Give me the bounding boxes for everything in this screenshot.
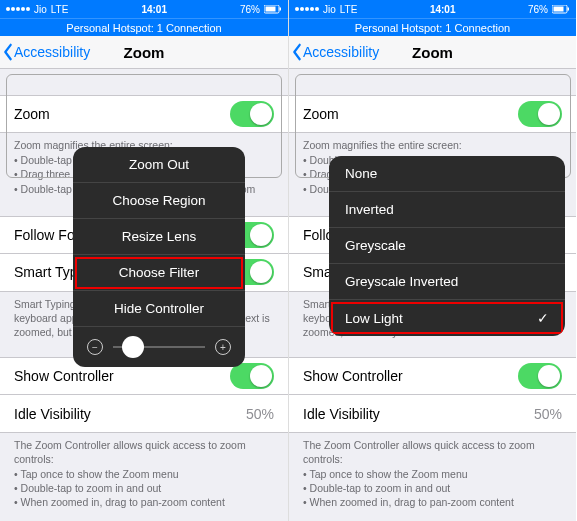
- show-controller-label: Show Controller: [14, 368, 114, 384]
- hotspot-bar[interactable]: Personal Hotspot: 1 Connection: [289, 18, 576, 36]
- menu-choose-region[interactable]: Choose Region: [73, 183, 245, 219]
- back-button[interactable]: Accessibility: [0, 43, 90, 61]
- left-screenshot: Jio LTE 14:01 76% Personal Hotspot: 1 Co…: [0, 0, 288, 521]
- back-label: Accessibility: [303, 44, 379, 60]
- show-controller-toggle[interactable]: [518, 363, 562, 389]
- hotspot-bar[interactable]: Personal Hotspot: 1 Connection: [0, 18, 288, 36]
- idle-visibility-cell[interactable]: Idle Visibility 50%: [289, 395, 576, 433]
- status-time: 14:01: [141, 4, 167, 15]
- idle-visibility-label: Idle Visibility: [303, 406, 380, 422]
- chevron-left-icon: [291, 43, 303, 61]
- zoom-label: Zoom: [14, 106, 50, 122]
- slider-knob-icon: [122, 336, 144, 358]
- nav-bar: Accessibility Zoom: [289, 36, 576, 69]
- svg-rect-4: [554, 6, 564, 11]
- zoom-out-icon: −: [87, 339, 103, 355]
- filter-menu: None Inverted Greyscale Greyscale Invert…: [329, 156, 565, 336]
- carrier-label: Jio: [34, 4, 47, 15]
- battery-icon: [552, 5, 570, 14]
- carrier-label: Jio: [323, 4, 336, 15]
- idle-visibility-cell[interactable]: Idle Visibility 50%: [0, 395, 288, 433]
- filter-inverted[interactable]: Inverted: [329, 192, 565, 228]
- controller-desc: The Zoom Controller allows quick access …: [0, 433, 288, 509]
- right-screenshot: Jio LTE 14:01 76% Personal Hotspot: 1 Co…: [288, 0, 576, 521]
- battery-label: 76%: [528, 4, 548, 15]
- battery-label: 76%: [240, 4, 260, 15]
- zoom-label: Zoom: [303, 106, 339, 122]
- zoom-toggle[interactable]: [230, 101, 274, 127]
- idle-visibility-label: Idle Visibility: [14, 406, 91, 422]
- checkmark-icon: ✓: [537, 310, 549, 326]
- zoom-cell: Zoom: [0, 95, 288, 133]
- idle-visibility-value: 50%: [246, 406, 274, 422]
- menu-choose-filter[interactable]: Choose Filter: [73, 255, 245, 291]
- menu-zoom-out[interactable]: Zoom Out: [73, 147, 245, 183]
- show-controller-label: Show Controller: [303, 368, 403, 384]
- nav-bar: Accessibility Zoom: [0, 36, 288, 69]
- menu-hide-controller[interactable]: Hide Controller: [73, 291, 245, 327]
- network-label: LTE: [340, 4, 358, 15]
- zoom-controller-menu: Zoom Out Choose Region Resize Lens Choos…: [73, 147, 245, 367]
- idle-visibility-value: 50%: [534, 406, 562, 422]
- page-title: Zoom: [124, 44, 165, 61]
- zoom-level-slider-row: − +: [73, 327, 245, 367]
- status-bar: Jio LTE 14:01 76%: [0, 0, 288, 18]
- svg-rect-2: [280, 7, 282, 10]
- zoom-in-icon: +: [215, 339, 231, 355]
- svg-rect-1: [266, 6, 276, 11]
- chevron-left-icon: [2, 43, 14, 61]
- svg-rect-5: [568, 7, 570, 10]
- menu-resize-lens[interactable]: Resize Lens: [73, 219, 245, 255]
- show-controller-cell: Show Controller: [289, 357, 576, 395]
- filter-greyscale[interactable]: Greyscale: [329, 228, 565, 264]
- show-controller-toggle[interactable]: [230, 363, 274, 389]
- zoom-level-slider[interactable]: [113, 346, 205, 348]
- filter-none[interactable]: None: [329, 156, 565, 192]
- back-label: Accessibility: [14, 44, 90, 60]
- network-label: LTE: [51, 4, 69, 15]
- battery-icon: [264, 5, 282, 14]
- signal-dots-icon: [295, 7, 319, 11]
- filter-low-light[interactable]: Low Light ✓: [329, 300, 565, 336]
- signal-dots-icon: [6, 7, 30, 11]
- zoom-cell: Zoom: [289, 95, 576, 133]
- controller-desc: The Zoom Controller allows quick access …: [289, 433, 576, 509]
- page-title: Zoom: [412, 44, 453, 61]
- back-button[interactable]: Accessibility: [289, 43, 379, 61]
- status-time: 14:01: [430, 4, 456, 15]
- filter-greyscale-inverted[interactable]: Greyscale Inverted: [329, 264, 565, 300]
- zoom-toggle[interactable]: [518, 101, 562, 127]
- status-bar: Jio LTE 14:01 76%: [289, 0, 576, 18]
